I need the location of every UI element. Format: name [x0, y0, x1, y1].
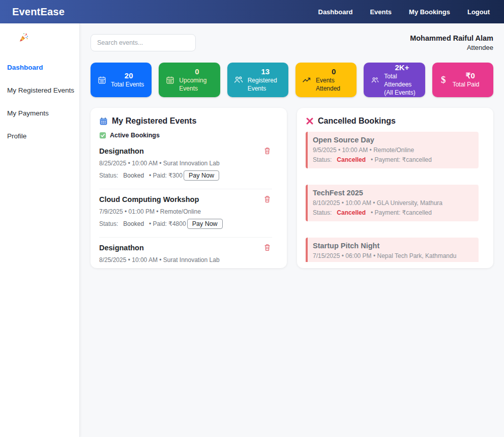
trash-icon: [263, 147, 271, 155]
sidebar-item-label: My Payments: [7, 109, 49, 117]
stat-card-events-attended: 0 Events Attended: [295, 63, 357, 97]
people-icon: [370, 76, 380, 84]
pay-now-button[interactable]: Pay Now: [184, 170, 219, 181]
nav-link-my-bookings[interactable]: My Bookings: [409, 8, 450, 16]
cancelled-booking-item: Open Source Day 9/5/2025 • 10:00 AM • Re…: [306, 132, 479, 168]
stat-card-registered-events: 13 Registered Events: [227, 63, 288, 97]
stat-label: Events Attended: [315, 76, 352, 93]
nav-link-dashboard[interactable]: Dashboard: [318, 8, 353, 16]
status-value: Cancelled: [337, 156, 366, 163]
check-icon: [99, 132, 106, 139]
stat-label: Registered Events: [247, 76, 284, 93]
sidebar-item-label: Profile: [7, 132, 26, 140]
event-title: Cloud Computing Workshop: [99, 195, 262, 203]
pay-now-button[interactable]: Pay Now: [187, 219, 223, 229]
sidebar-item-my-payments[interactable]: My Payments: [7, 102, 79, 125]
stat-label: Total Attendees (All Events): [383, 72, 421, 97]
panel-title: My Registered Events: [112, 116, 196, 126]
payment-text: • Payment: ₹cancelled: [371, 156, 432, 163]
stat-label: Total Paid: [452, 80, 489, 89]
stat-value: 2K+: [383, 63, 421, 72]
search-input[interactable]: [91, 34, 196, 51]
event-meta: 8/10/2025 • 10:00 AM • GLA University, M…: [313, 199, 473, 207]
stat-value: ₹0: [452, 71, 489, 80]
stat-card-total-events: 20 Total Events: [91, 63, 152, 97]
user-role: Attendee: [410, 44, 493, 51]
sidebar-item-label: Dashboard: [7, 64, 43, 71]
stat-value: 0: [315, 67, 352, 76]
nav-links: Dashboard Events My Bookings Logout: [318, 8, 490, 16]
panels-row: My Registered Events Active Bookings Des…: [91, 108, 493, 268]
event-meta: 7/15/2025 • 06:00 PM • Nepal Tech Park, …: [313, 252, 473, 259]
event-meta: 7/9/2025 • 01:00 PM • Remote/Online: [99, 208, 272, 215]
registered-events-scroll-list[interactable]: Designathon: [99, 141, 278, 266]
payment-text: • Payment: ₹cancelled: [371, 209, 432, 216]
cancelled-booking-item: Startup Pitch Night 7/15/2025 • 06:00 PM…: [306, 238, 479, 262]
delete-booking-button[interactable]: [262, 147, 272, 155]
registered-event-item: Cloud Computing Workshop: [99, 189, 272, 238]
topbar: Mohammed Raiful Alam Attendee: [91, 34, 493, 51]
status-label: Status:: [99, 172, 118, 179]
status-label: Status:: [313, 209, 332, 216]
delete-booking-button[interactable]: [262, 244, 272, 251]
stat-value: 13: [247, 67, 284, 76]
status-value: Cancelled: [337, 209, 366, 216]
calendar-icon: [99, 117, 108, 126]
top-navbar: EventEase Dashboard Events My Bookings L…: [0, 0, 504, 23]
calendar-icon: [165, 76, 175, 84]
event-title: Designathon: [99, 244, 262, 252]
sidebar-item-label: My Registered Events: [7, 86, 74, 94]
stat-value: 0: [178, 67, 216, 76]
event-title: TechFest 2025: [313, 189, 473, 197]
status-value: Booked: [123, 220, 144, 227]
trash-icon: [263, 195, 271, 203]
registered-event-item: Designathon: [99, 141, 272, 189]
stat-label: Total Events: [110, 80, 147, 89]
sidebar-item-my-registered-events[interactable]: My Registered Events: [7, 79, 79, 102]
delete-booking-button[interactable]: [262, 195, 272, 203]
stat-label: Upcoming Events: [178, 76, 216, 93]
stat-card-total-paid: $ ₹0 Total Paid: [432, 63, 493, 97]
event-meta: 8/25/2025 • 10:00 AM • Surat Innovation …: [99, 256, 272, 264]
cancelled-bookings-scroll-list[interactable]: Open Source Day 9/5/2025 • 10:00 AM • Re…: [306, 132, 485, 262]
registered-event-item: Designathon: [99, 238, 272, 266]
stat-cards-row: 20 Total Events 0 Upcoming Events: [91, 63, 493, 97]
cancelled-booking-item: TechFest 2025 8/10/2025 • 10:00 AM • GLA…: [306, 185, 479, 221]
x-icon: [306, 117, 314, 125]
event-title: Designathon: [99, 147, 262, 155]
event-title: Open Source Day: [313, 136, 473, 144]
user-block: Mohammed Raiful Alam Attendee: [410, 34, 493, 51]
user-name: Mohammed Raiful Alam: [410, 34, 493, 42]
nav-link-events[interactable]: Events: [370, 8, 392, 16]
status-label: Status:: [313, 156, 332, 163]
event-meta: 8/25/2025 • 10:00 AM • Surat Innovation …: [99, 160, 272, 167]
registered-events-panel: My Registered Events Active Bookings Des…: [91, 108, 287, 268]
panel-subtitle: Active Bookings: [110, 132, 160, 139]
stat-card-upcoming-events: 0 Upcoming Events: [159, 63, 220, 97]
dollar-icon: $: [438, 74, 449, 85]
panel-title: Cancelled Bookings: [318, 116, 396, 126]
stat-value: 20: [110, 71, 147, 80]
party-popper-icon: [18, 33, 28, 43]
event-title: Startup Pitch Night: [313, 242, 473, 250]
event-meta: 9/5/2025 • 10:00 AM • Remote/Online: [313, 147, 473, 154]
sidebar-item-profile[interactable]: Profile: [7, 125, 79, 148]
nav-link-logout[interactable]: Logout: [467, 8, 490, 16]
calendar-icon: [97, 76, 107, 84]
trash-icon: [263, 244, 271, 251]
main-content: Mohammed Raiful Alam Attendee 20 Total E…: [80, 23, 504, 437]
cancelled-bookings-panel: Cancelled Bookings Open Source Day 9/5/2…: [297, 108, 493, 268]
status-value: Booked: [123, 172, 144, 179]
stat-card-total-attendees: 2K+ Total Attendees (All Events): [364, 63, 425, 97]
trending-up-icon: [302, 76, 312, 84]
status-label: Status:: [99, 220, 118, 227]
sidebar-item-dashboard[interactable]: Dashboard: [7, 56, 79, 79]
paid-text: • Paid: ₹300: [149, 172, 183, 179]
sidebar: Dashboard My Registered Events My Paymen…: [0, 23, 80, 437]
paid-text: • Paid: ₹4800: [149, 220, 186, 227]
sidebar-menu: Dashboard My Registered Events My Paymen…: [7, 56, 79, 148]
brand-logo[interactable]: EventEase: [12, 6, 65, 18]
people-icon: [233, 75, 244, 84]
